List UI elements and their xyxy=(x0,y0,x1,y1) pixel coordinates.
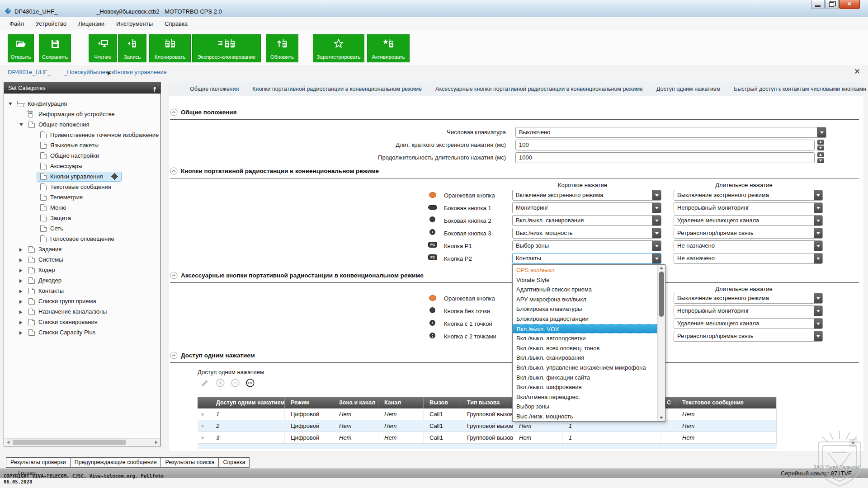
dropdown-option[interactable]: Вкл./выкл. автоподсветки xyxy=(513,333,657,343)
chevron-down-icon[interactable] xyxy=(814,216,822,225)
scroll-up-icon[interactable] xyxy=(660,267,663,269)
chevron-down-icon[interactable] xyxy=(814,306,822,316)
chevron-down-icon[interactable] xyxy=(652,203,661,213)
clone-button[interactable]: Клонировать xyxy=(149,34,191,62)
scrollbar-thumb[interactable] xyxy=(659,272,664,317)
sidebar-item-language-packs[interactable]: Языковые пакеты xyxy=(4,141,160,150)
sidebar-item-configuration[interactable]: Конфигурация xyxy=(4,99,160,109)
tab-radio-buttons[interactable]: Кнопки портативной радиостанции в конвен… xyxy=(252,86,422,92)
sidebar-item-control-buttons[interactable]: Кнопки управления xyxy=(4,172,160,182)
express-clone-button[interactable]: Экспресс-клонирование xyxy=(192,34,261,62)
dropdown-option[interactable]: Блокировка радиостанции xyxy=(513,314,657,324)
expander-closed-icon[interactable] xyxy=(19,331,22,335)
side3-short-select[interactable]: Выс./низк. мощность xyxy=(512,228,661,239)
chevron-down-icon[interactable] xyxy=(817,127,826,137)
side1-short-select[interactable]: Мониторинг xyxy=(512,202,661,213)
sidebar-item-device-info[interactable]: Информация об устройстве xyxy=(4,109,160,119)
scroll-right-icon[interactable] xyxy=(155,441,158,444)
chevron-down-icon[interactable] xyxy=(652,190,661,200)
sidebar-item-scan-lists[interactable]: Списки сканирования xyxy=(4,317,160,327)
edit-pencil-icon[interactable] xyxy=(201,379,210,388)
dropdown-option[interactable]: Вкл./выкл. фиксации сайта xyxy=(513,373,657,383)
breadcrumb-device-city[interactable]: _Новокуйбышевск xyxy=(64,69,114,75)
sidebar-item-telemetry[interactable]: Телеметрия xyxy=(4,192,160,202)
chevron-down-icon[interactable] xyxy=(814,319,822,328)
sidebar-item-decoder[interactable]: Декодер xyxy=(4,276,160,286)
sidebar-item-channel-zone[interactable]: Назначение канала/зоны xyxy=(4,307,160,317)
expander-closed-icon[interactable] xyxy=(19,258,22,262)
add-row-icon[interactable] xyxy=(216,379,225,388)
tab-warning-messages[interactable]: Предупреждающие сообщения xyxy=(70,457,161,468)
tab-quick-contacts[interactable]: Быстрый доступ к контактам числовыми кно… xyxy=(734,86,866,92)
chevron-down-icon[interactable] xyxy=(652,216,661,225)
p1-short-select[interactable]: Выбор зоны xyxy=(512,240,661,251)
scrollbar-thumb[interactable] xyxy=(13,440,126,445)
sidebar-item-welcome-bitmap[interactable]: Приветственное точечное изображение xyxy=(4,130,160,140)
breadcrumb-device[interactable]: DP4801e_UHF_ xyxy=(8,69,51,75)
expander-closed-icon[interactable] xyxy=(19,321,22,324)
page-close-icon[interactable]: ✕ xyxy=(854,67,860,76)
long-press-duration-input[interactable]: 1000 xyxy=(515,152,815,163)
dropdown-option[interactable]: Вкл/отмена переадрес. xyxy=(513,392,657,402)
table-row[interactable]: 3 Цифровой Нет Нет Call1 Групповой вызов… xyxy=(198,432,777,444)
side2-short-select[interactable]: Вкл./выкл. сканирования xyxy=(512,215,661,226)
tab-one-touch[interactable]: Доступ одним нажатием xyxy=(656,86,720,92)
p2-long-select[interactable]: Не назначено xyxy=(674,253,823,264)
menu-tools[interactable]: Инструменты xyxy=(110,19,159,29)
scroll-down-icon[interactable] xyxy=(660,417,663,419)
sidebar-item-menu[interactable]: Меню xyxy=(4,203,160,213)
p2-short-select-open[interactable]: Контакты xyxy=(512,253,661,264)
sidebar-item-voice-announcement[interactable]: Голосовое оповещение xyxy=(4,234,160,244)
sidebar-item-general-settings[interactable]: Общие настройки xyxy=(4,151,160,161)
short-emergency-spinner[interactable] xyxy=(817,140,824,150)
menu-help[interactable]: Справка xyxy=(159,19,193,29)
sidebar-horizontal-scrollbar[interactable] xyxy=(5,438,160,446)
table-row[interactable]: 1 Цифровой Нет Нет Call1 Групповой вызов… xyxy=(198,408,777,420)
sidebar-item-general[interactable]: Общие положения xyxy=(4,120,160,130)
save-button[interactable]: Сохранить xyxy=(39,34,71,62)
activate-button[interactable]: Активировать xyxy=(367,34,410,62)
row-marker[interactable] xyxy=(198,432,210,443)
spin-down-icon[interactable] xyxy=(817,145,824,150)
acc-nodot-long-select[interactable]: Непрерывный мониторинг xyxy=(674,305,823,316)
sidebar-item-encoder[interactable]: Кодер xyxy=(4,265,160,275)
dropdown-option[interactable]: Адаптивный список приема xyxy=(513,285,657,295)
short-emergency-input[interactable]: 100 xyxy=(515,140,815,150)
sidebar-item-security[interactable]: Защита xyxy=(4,213,160,223)
acc-orange-long-select[interactable]: Выключение экстренного режима xyxy=(674,293,823,304)
dropdown-option[interactable]: Вкл./выкл. всех оповещ. тонов xyxy=(513,343,657,353)
tab-validation-results[interactable]: Результаты проверки xyxy=(6,457,71,468)
chevron-down-icon[interactable] xyxy=(814,331,822,341)
sidebar-item-text-messages[interactable]: Текстовые сообщения xyxy=(4,182,160,192)
spin-down-icon[interactable] xyxy=(817,158,824,163)
dropdown-option[interactable]: Вкл./выкл. управление искажением микрофо… xyxy=(513,363,657,373)
expander-closed-icon[interactable] xyxy=(19,300,22,304)
side1-long-select[interactable]: Непрерывный мониторинг xyxy=(674,202,823,213)
read-button[interactable]: Чтение xyxy=(89,34,117,62)
p1-long-select[interactable]: Не назначено xyxy=(674,240,823,251)
chevron-down-icon[interactable] xyxy=(814,190,822,200)
scroll-left-icon[interactable] xyxy=(7,441,9,444)
sidebar-item-accessories[interactable]: Аксессуары xyxy=(4,161,160,171)
dropdown-option[interactable]: Блокировка клавиатуры xyxy=(513,304,657,314)
restore-button[interactable] xyxy=(825,0,839,9)
expander-open-icon[interactable] xyxy=(19,123,23,126)
table-row-partial[interactable] xyxy=(198,444,777,449)
dropdown-option[interactable]: Выс./низк. мощность xyxy=(513,412,657,422)
pin-icon[interactable] xyxy=(152,85,157,96)
tab-accessory-buttons[interactable]: Аксессуарные кнопки портативной радиоста… xyxy=(435,86,643,92)
expander-closed-icon[interactable] xyxy=(19,290,22,293)
sidebar-item-contacts[interactable]: Контакты xyxy=(4,286,160,296)
menu-licenses[interactable]: Лицензии xyxy=(72,19,110,29)
acc-2dot-long-select[interactable]: Ретранслятор/прямая связь xyxy=(674,331,823,342)
dropdown-option[interactable]: GPS вкл/выкл xyxy=(513,265,657,275)
side3-long-select[interactable]: Ретранслятор/прямая связь xyxy=(674,228,823,239)
dropdown-option-selected[interactable]: Вкл./выкл. VOX xyxy=(513,324,657,334)
dropdown-option[interactable]: Выбор зоны xyxy=(513,402,657,412)
chevron-down-icon[interactable] xyxy=(652,253,661,263)
breadcrumb-current-page[interactable]: Кнопки управления xyxy=(114,69,167,75)
spin-up-icon[interactable] xyxy=(817,152,824,157)
sidebar-item-capacity-plus-lists[interactable]: Списки Capacity Plus xyxy=(4,328,160,338)
dropdown-option[interactable]: Вкл./выкл. шифрования xyxy=(513,382,657,392)
chevron-down-icon[interactable] xyxy=(652,241,661,251)
